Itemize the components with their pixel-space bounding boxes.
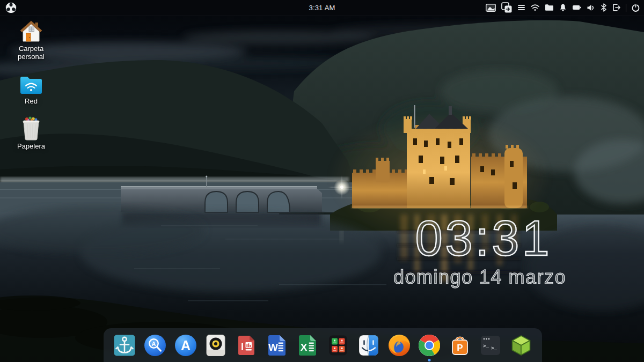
svg-text:X: X [301,342,308,353]
dock: A A I [104,328,542,362]
app-launcher-button[interactable] [3,0,19,15]
tray-separator [626,4,626,12]
files-icon[interactable] [545,4,554,11]
word-doc-icon: W [265,333,289,358]
search-launcher-icon: A [143,333,167,358]
desktop: 3:31 AM [0,0,644,362]
svg-text:>_: >_ [483,344,489,349]
top-panel: 3:31 AM [0,0,644,16]
dock-item-chrome[interactable] [416,332,442,359]
dock-item-presentation[interactable]: I [233,332,259,359]
dock-item-package-manager[interactable]: P [447,332,473,359]
wallpaper [0,0,644,362]
chrome-icon [417,333,442,358]
gallery-icon[interactable] [486,4,496,12]
notifications-bell-icon[interactable] [559,3,567,12]
menu-icon[interactable] [517,4,525,11]
dock-item-cube[interactable] [508,332,534,359]
dock-item-music[interactable] [203,332,229,359]
trash-full-icon [19,115,43,141]
svg-text:P: P [457,343,463,353]
dock-item-search[interactable]: A [142,332,168,359]
desktop-icon-label: Papelera [17,142,45,150]
package-bag-icon: P [448,333,472,358]
desktop-icon-trash[interactable]: Papelera [9,115,53,150]
app-store-icon: A [173,333,198,358]
apps-grid-icon [326,333,350,358]
anchor-icon [112,333,137,358]
desktop-icon-label: Carpeta personal [9,45,53,61]
dock-item-app-store[interactable]: A [173,332,199,359]
system-tray [486,0,640,15]
network-folder-icon [19,75,43,95]
dock-item-apps-grid[interactable] [325,332,351,359]
wifi-icon[interactable] [530,4,540,11]
desktop-icon-network[interactable]: Red [9,75,53,105]
desktop-icon-label: Red [25,97,38,105]
finder-face-icon [356,333,381,358]
panel-clock[interactable]: 3:31 AM [309,4,335,12]
dock-item-finder[interactable] [356,332,382,359]
volume-icon[interactable] [587,4,596,12]
speaker-icon [203,333,228,358]
bluetooth-icon[interactable] [601,3,607,12]
spreadsheet-doc-icon: X [295,333,320,358]
dock-item-anchor[interactable] [112,332,137,359]
firefox-icon [387,333,412,358]
svg-text:A: A [151,340,156,346]
window-switcher-icon[interactable] [501,2,513,13]
svg-text:I: I [241,342,244,352]
dock-item-word[interactable]: W [264,332,290,359]
power-icon[interactable] [631,3,640,12]
house-icon [19,19,43,43]
green-cube-icon [509,333,533,358]
svg-text:A: A [181,337,191,352]
desktop-icon-home[interactable]: Carpeta personal [9,19,53,61]
battery-icon[interactable] [572,4,582,11]
running-indicator [428,359,431,361]
svg-text:>_: >_ [491,346,497,351]
dock-item-terminal[interactable]: >_ >_ [478,332,503,359]
svg-text:W: W [268,342,278,353]
dock-item-firefox[interactable] [386,332,412,359]
dock-item-excel[interactable]: X [295,332,320,359]
distro-logo-icon [5,2,17,14]
presentation-doc-icon: I [234,333,259,358]
terminal-icon: >_ >_ [478,333,503,358]
logout-icon[interactable] [612,3,621,12]
